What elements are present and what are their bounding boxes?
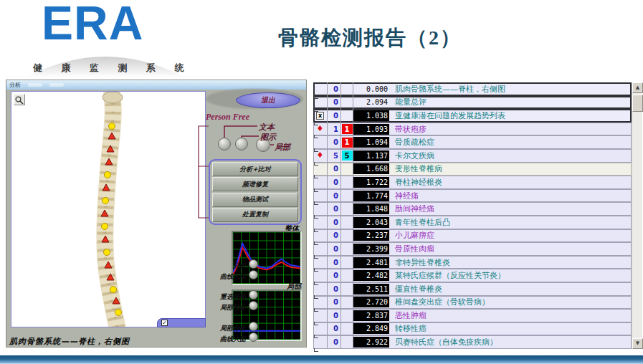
local-analysis-button[interactable] — [249, 322, 258, 331]
item-test-button[interactable]: 物品测试 — [212, 193, 298, 207]
row-name[interactable]: 莱特氏症候群（反应性关节炎） — [389, 270, 632, 281]
row-name[interactable]: 贝赛特氏症（自体免疫疾病） — [389, 337, 632, 348]
table-row[interactable]: 01.774神经痛 — [313, 189, 632, 203]
table-row[interactable]: 02.922贝赛特氏症（自体免疫疾病） — [313, 335, 632, 349]
row-name[interactable]: 转移性癌 — [389, 323, 632, 334]
x-marker-icon[interactable]: x — [316, 112, 324, 120]
row-name[interactable]: 卡尔文疾病 — [389, 150, 632, 161]
analyze-compare-button[interactable]: 分析+比对 — [212, 162, 298, 176]
row-name[interactable]: 骨原性肉瘤 — [389, 244, 632, 254]
scrollbar-thumb[interactable] — [632, 95, 643, 112]
table-row[interactable]: 00.000肌肉骨骼系统——脊柱，右侧图 — [313, 82, 632, 96]
table-row[interactable]: 02.043青年性脊柱后凸 — [313, 216, 632, 229]
spine-point-circle[interactable] — [103, 198, 109, 204]
spine-point-circle[interactable] — [109, 123, 115, 130]
table-row[interactable]: 02.482莱特氏症候群（反应性关节炎） — [313, 269, 632, 282]
row-count: 5 — [328, 149, 341, 163]
spine-point-circle[interactable] — [115, 310, 122, 316]
row-value: 1.093 — [353, 124, 389, 135]
row-name[interactable]: 骨质疏松症 — [389, 137, 632, 148]
row-name[interactable]: 恶性肿瘤 — [389, 310, 632, 321]
table-row[interactable]: 02.511僵直性脊椎炎 — [313, 282, 632, 296]
row-badge-cell — [341, 229, 353, 243]
titlebar-decor — [49, 83, 64, 87]
table-scrollbar[interactable]: ▲ ▼ — [632, 82, 642, 349]
reselect-local-button[interactable] — [249, 290, 258, 300]
row-name[interactable]: 青年性脊柱后凸 — [389, 217, 632, 228]
row-value-cell: 1.093 — [353, 123, 389, 136]
row-name[interactable]: 变形性脊椎病 — [389, 163, 632, 174]
results-table: 00.000肌肉骨骼系统——脊柱，右侧图02.094能量总评x01.038亚健康… — [313, 82, 632, 349]
severity-badge: 5 — [342, 150, 353, 161]
severity-badge: 1 — [342, 124, 353, 134]
row-icon-cell — [313, 296, 328, 310]
scroll-down-icon[interactable]: ▼ — [632, 338, 643, 349]
row-name[interactable]: 僵直性脊椎炎 — [389, 284, 632, 294]
table-row[interactable]: 02.094能量总评 — [313, 96, 632, 110]
table-row[interactable]: 01.722脊柱神经根炎 — [313, 176, 632, 189]
row-name[interactable]: 能量总评 — [389, 97, 632, 107]
table-row[interactable]: 02.849转移性癌 — [313, 322, 632, 336]
row-name[interactable]: 肋间神经痛 — [389, 203, 632, 214]
row-count: 0 — [328, 202, 341, 216]
magnifier-icon — [14, 95, 24, 105]
table-row[interactable]: 02.481非特异性脊椎炎 — [313, 256, 632, 269]
viewer-checkbox-icon[interactable]: ✓ — [161, 320, 168, 326]
row-name[interactable]: 椎间盘突出症（骨软骨病） — [389, 297, 632, 307]
analysis-side-button[interactable] — [249, 259, 258, 269]
row-name[interactable]: 非特异性脊椎炎 — [389, 257, 632, 268]
row-value: 1.137 — [353, 150, 389, 161]
spine-point-circle[interactable] — [102, 224, 108, 230]
table-row[interactable]: 02.237小儿麻痹症 — [313, 229, 632, 243]
reselect-local-label: 重选局部 — [209, 292, 246, 302]
row-count: 0 — [328, 176, 341, 189]
row-icon-cell — [313, 309, 328, 322]
radio-label-local: 局部 — [275, 142, 290, 153]
viewer-corner-tab[interactable]: ✓ — [157, 318, 206, 327]
curve-large-button-2[interactable] — [249, 332, 258, 342]
row-count: 0 — [328, 296, 341, 310]
local-prepare-button[interactable] — [249, 301, 258, 310]
scroll-up-icon[interactable]: ▲ — [632, 82, 643, 93]
row-name[interactable]: 带状疱疹 — [389, 124, 632, 135]
disposal-copy-button[interactable]: 处置复制 — [212, 208, 298, 222]
curve-large-label-1: 曲线大图 — [209, 272, 246, 282]
spectrum-repair-button[interactable]: 频谱修复 — [212, 177, 298, 191]
table-row[interactable]: 01.848肋间神经痛 — [313, 202, 632, 216]
radio-text[interactable] — [218, 138, 231, 150]
table-row[interactable]: 02.399骨原性肉瘤 — [313, 242, 632, 256]
row-name[interactable]: 脊柱神经根炎 — [389, 177, 632, 188]
row-name[interactable]: 神经痛 — [389, 191, 632, 201]
row-icon-cell — [313, 335, 328, 349]
table-row[interactable]: x01.038亚健康潜在问题的发展趋势列表 — [313, 109, 632, 123]
spine-point-circle[interactable] — [104, 249, 110, 256]
curve-large-button-1[interactable] — [249, 270, 258, 279]
row-value-cell: 2.399 — [353, 242, 389, 256]
row-value-cell: 1.722 — [353, 176, 389, 189]
row-value: 2.837 — [353, 310, 389, 321]
row-icon-cell — [313, 322, 328, 336]
table-row[interactable]: 01.668变形性脊椎病 — [313, 163, 632, 176]
table-row[interactable]: ♦111.093带状疱疹 — [313, 123, 632, 136]
radio-label-text: 文本 — [259, 122, 275, 133]
spine-point-circle[interactable] — [105, 172, 111, 178]
radio-graphic[interactable] — [235, 138, 248, 150]
row-value: 0.000 — [365, 85, 389, 94]
table-row[interactable]: 011.094骨质疏松症 — [313, 135, 632, 149]
row-value: 2.481 — [353, 257, 389, 268]
severity-badge: 1 — [342, 138, 353, 148]
exit-button[interactable]: 退出 — [236, 92, 300, 108]
row-count: 0 — [328, 242, 341, 256]
row-name[interactable]: 亚健康潜在问题的发展趋势列表 — [389, 110, 632, 121]
row-value-cell: 1.774 — [353, 189, 389, 203]
row-value-cell: 2.043 — [353, 216, 389, 229]
table-row[interactable]: 02.720椎间盘突出症（骨软骨病） — [313, 296, 632, 310]
row-count: 0 — [328, 229, 341, 243]
spine-point-circle[interactable] — [110, 287, 117, 293]
magnifier-button[interactable] — [14, 94, 25, 105]
panel-titlebar: 分析 — [6, 80, 306, 90]
table-row[interactable]: 02.837恶性肿瘤 — [313, 309, 632, 322]
table-row[interactable]: ♦551.137卡尔文疾病 — [313, 149, 632, 163]
row-name[interactable]: 肌肉骨骼系统——脊柱，右侧图 — [389, 84, 632, 95]
row-name[interactable]: 小儿麻痹症 — [389, 230, 632, 241]
